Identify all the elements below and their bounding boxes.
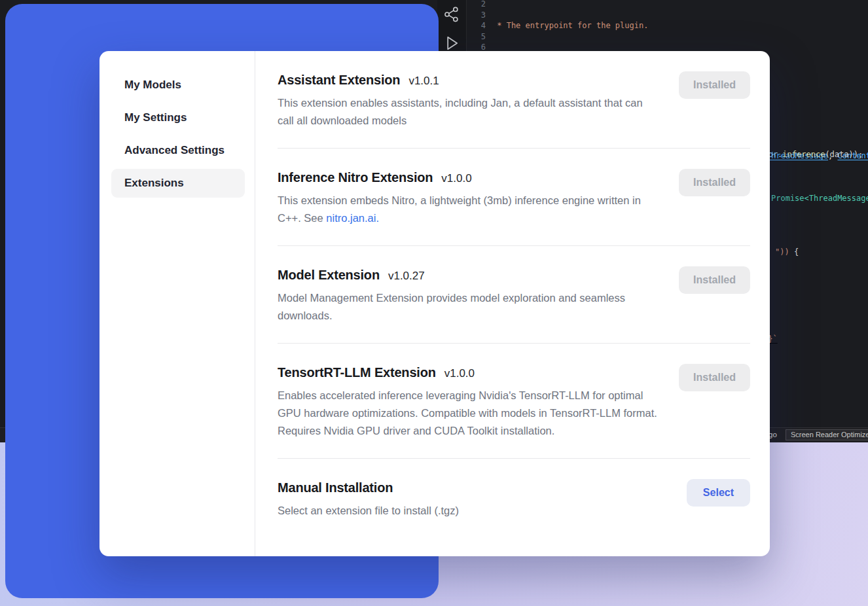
extension-version: v1.0.0 <box>444 367 475 380</box>
extensions-list: Assistant Extension v1.0.1 This extensio… <box>255 51 770 556</box>
installed-button[interactable]: Installed <box>679 266 750 294</box>
extension-name: Model Extension <box>278 268 380 283</box>
extension-description: Model Management Extension provides mode… <box>278 289 660 325</box>
share-icon[interactable] <box>443 5 461 24</box>
manual-installation-description: Select an extension file to install (.tg… <box>278 502 660 520</box>
extension-description: Enables accelerated inference leveraging… <box>278 387 660 440</box>
code-fragment: ")) { <box>775 247 799 257</box>
extension-name: Inference Nitro Extension <box>278 170 433 185</box>
editor-line-numbers: 2 3 4 5 6 <box>473 0 486 53</box>
nitro-link[interactable]: nitro.jan.ai. <box>326 212 379 224</box>
installed-button[interactable]: Installed <box>679 169 750 196</box>
line-number: 2 <box>473 0 486 10</box>
sidebar-item-my-settings[interactable]: My Settings <box>111 103 245 132</box>
extension-item-tensorrt: TensortRT-LLM Extension v1.0.0 Enables a… <box>278 344 750 459</box>
line-number: 3 <box>473 10 486 21</box>
installed-button[interactable]: Installed <box>679 71 750 99</box>
settings-modal: My Models My Settings Advanced Settings … <box>99 51 770 556</box>
extension-item-model: Model Extension v1.0.27 Model Management… <box>278 246 750 344</box>
manual-installation-title: Manual Installation <box>278 480 393 495</box>
extension-description: This extension enables assistants, inclu… <box>278 94 660 130</box>
settings-sidebar: My Models My Settings Advanced Settings … <box>99 51 255 556</box>
code-fragment: Promise<ThreadMessage> <box>771 194 868 203</box>
select-file-button[interactable]: Select <box>687 479 750 507</box>
code-line-2: * The entrypoint for the plugin. <box>492 20 868 31</box>
line-number: 4 <box>473 20 486 31</box>
extension-description: This extension embeds Nitro, a lightweig… <box>278 192 660 227</box>
sidebar-item-extensions[interactable]: Extensions <box>111 169 245 198</box>
extension-item-nitro: Inference Nitro Extension v1.0.0 This ex… <box>278 149 750 246</box>
extension-version: v1.0.1 <box>408 75 439 88</box>
extension-name: TensortRT-LLM Extension <box>278 365 436 380</box>
installed-button[interactable]: Installed <box>679 364 750 391</box>
sidebar-item-my-models[interactable]: My Models <box>111 71 245 99</box>
manual-installation: Manual Installation Select an extension … <box>278 459 750 538</box>
extension-version: v1.0.27 <box>388 270 425 283</box>
run-debug-icon[interactable] <box>443 34 461 52</box>
screen-reader-badge[interactable]: Screen Reader Optimized <box>786 429 868 440</box>
line-number: 5 <box>473 31 486 43</box>
code-fragment: rator.inference(data)); <box>754 150 863 159</box>
extension-version: v1.0.0 <box>441 172 471 185</box>
extension-item-assistant: Assistant Extension v1.0.1 This extensio… <box>278 51 750 149</box>
extension-name: Assistant Extension <box>278 73 400 88</box>
sidebar-item-advanced-settings[interactable]: Advanced Settings <box>111 136 245 165</box>
